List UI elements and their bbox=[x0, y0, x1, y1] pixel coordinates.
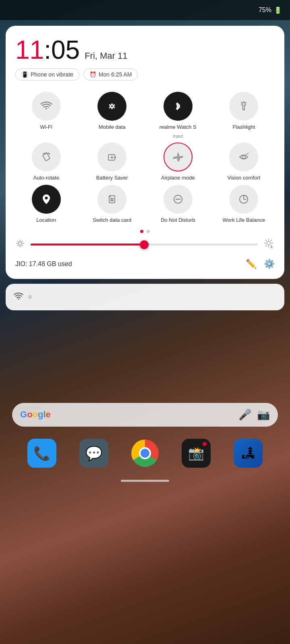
airplane-icon bbox=[172, 151, 184, 163]
clock-date: Fri, Mar 11 bbox=[85, 51, 127, 61]
alarm-chip[interactable]: ⏰ Mon 6:25 AM bbox=[83, 68, 138, 80]
google-logo: Google bbox=[20, 409, 51, 420]
svg-line-36 bbox=[271, 240, 271, 241]
tile-flashlight[interactable]: Flashlight bbox=[213, 92, 275, 138]
location-icon bbox=[40, 193, 53, 206]
edit-button[interactable]: ✏️ bbox=[246, 259, 257, 269]
app-dock: 📞 💬 📸 🏞 bbox=[0, 431, 290, 476]
status-chips: 📳 Phone on vibrate ⏰ Mon 6:25 AM bbox=[15, 68, 275, 80]
sim-icon-wrap: 1 bbox=[97, 185, 126, 214]
tile-work-life-balance[interactable]: Work Life Balance bbox=[213, 185, 275, 223]
vision-comfort-icon bbox=[237, 151, 250, 163]
tile-dnd[interactable]: Do Not Disturb bbox=[147, 185, 209, 223]
alarm-label: Mon 6:25 AM bbox=[99, 71, 132, 78]
bluetooth-sublabel: Input bbox=[173, 134, 183, 138]
svg-line-25 bbox=[18, 241, 19, 242]
vision-comfort-icon-wrap bbox=[229, 142, 258, 171]
svg-rect-13 bbox=[110, 200, 114, 201]
clock-separator: : bbox=[44, 35, 51, 64]
vibrate-chip[interactable]: 📳 Phone on vibrate bbox=[15, 68, 79, 80]
tile-wifi[interactable]: Wi-Fi bbox=[15, 92, 77, 138]
battery-saver-label: Battery Saver bbox=[96, 175, 128, 181]
tile-auto-rotate[interactable]: Auto-rotate bbox=[15, 142, 77, 181]
svg-line-34 bbox=[266, 240, 267, 241]
page-dot-1[interactable] bbox=[140, 230, 143, 233]
svg-line-2 bbox=[245, 102, 246, 103]
svg-point-39 bbox=[18, 298, 19, 299]
battery-saver-icon bbox=[106, 151, 118, 163]
clock-section: 11:05 Fri, Mar 11 bbox=[15, 37, 275, 63]
dock-messages[interactable]: 💬 bbox=[79, 439, 108, 468]
work-life-icon bbox=[237, 193, 250, 206]
tile-airplane-mode[interactable]: Airplane mode bbox=[147, 142, 209, 181]
svg-rect-12 bbox=[112, 198, 114, 200]
brightness-slider[interactable] bbox=[31, 244, 258, 246]
battery-icon: 🔋 bbox=[274, 6, 282, 14]
svg-line-1 bbox=[241, 102, 242, 103]
svg-text:A: A bbox=[270, 245, 273, 249]
wifi-icon bbox=[40, 100, 53, 113]
svg-rect-5 bbox=[115, 157, 116, 158]
dnd-icon bbox=[172, 193, 184, 206]
dock-gallery[interactable]: 🏞 bbox=[234, 439, 263, 468]
brightness-thumb[interactable] bbox=[140, 240, 149, 249]
work-life-label: Work Life Balance bbox=[223, 217, 265, 223]
sim-icon: 1 bbox=[106, 193, 118, 206]
settings-button[interactable]: ⚙️ bbox=[264, 259, 275, 269]
vibrate-icon: 📳 bbox=[21, 71, 28, 78]
airplane-icon-wrap bbox=[164, 142, 193, 171]
flashlight-icon bbox=[237, 100, 250, 113]
dock-phone[interactable]: 📞 bbox=[27, 439, 56, 468]
auto-rotate-icon-wrap bbox=[32, 142, 61, 171]
vision-comfort-label: Vision comfort bbox=[227, 175, 260, 181]
brightness-row: A bbox=[15, 238, 275, 252]
status-bar: 75% 🔋 bbox=[0, 0, 290, 20]
google-search-bar[interactable]: Google 🎤 📷 bbox=[12, 403, 278, 427]
auto-rotate-icon bbox=[40, 151, 53, 163]
page-dots bbox=[15, 230, 275, 233]
auto-rotate-label: Auto-rotate bbox=[33, 175, 59, 181]
alarm-icon: ⏰ bbox=[89, 71, 96, 78]
svg-point-8 bbox=[242, 155, 245, 159]
tile-location[interactable]: Location bbox=[15, 185, 77, 223]
clock-minutes: 05 bbox=[51, 35, 80, 64]
switch-data-card-label: Switch data card bbox=[93, 217, 131, 223]
tiles-grid: Wi-Fi Mobile data realme Watch S Input bbox=[15, 92, 275, 223]
tile-bluetooth[interactable]: realme Watch S Input bbox=[147, 92, 209, 138]
brightness-fill bbox=[31, 244, 144, 246]
wifi-icon-wrap bbox=[32, 92, 61, 121]
tile-switch-data-card[interactable]: 1 Switch data card bbox=[81, 185, 143, 223]
battery-percentage: 75% bbox=[259, 6, 271, 14]
svg-line-26 bbox=[22, 245, 23, 246]
dnd-label: Do Not Disturb bbox=[161, 217, 195, 223]
mic-icon[interactable]: 🎤 bbox=[238, 409, 251, 421]
wallpaper-area bbox=[0, 310, 290, 399]
mobile-data-label: Mobile data bbox=[99, 124, 126, 130]
tile-mobile-data[interactable]: Mobile data bbox=[81, 92, 143, 138]
camera-icon: 📸 bbox=[188, 446, 204, 461]
dock-chrome[interactable] bbox=[131, 440, 159, 467]
svg-line-37 bbox=[266, 245, 267, 246]
location-label: Location bbox=[36, 217, 56, 223]
quick-settings-panel: 11:05 Fri, Mar 11 📳 Phone on vibrate ⏰ M… bbox=[6, 26, 284, 279]
status-bar-right: 75% 🔋 bbox=[259, 6, 282, 14]
tile-vision-comfort[interactable]: Vision comfort bbox=[213, 142, 275, 181]
page-dot-2[interactable] bbox=[147, 230, 150, 233]
google-bar-icons: 🎤 📷 bbox=[238, 409, 270, 421]
svg-line-27 bbox=[22, 241, 23, 242]
bluetooth-label: realme Watch S bbox=[160, 124, 197, 130]
flashlight-icon-wrap bbox=[229, 92, 258, 121]
mobile-data-icon bbox=[106, 100, 118, 113]
notification-bar bbox=[6, 284, 284, 310]
tile-battery-saver[interactable]: Battery Saver bbox=[81, 142, 143, 181]
notification-dot bbox=[28, 295, 32, 299]
home-indicator[interactable] bbox=[0, 476, 290, 484]
bluetooth-icon-wrap bbox=[164, 92, 193, 121]
dock-camera[interactable]: 📸 bbox=[182, 439, 211, 468]
bluetooth-icon bbox=[172, 100, 184, 113]
svg-point-9 bbox=[45, 197, 48, 200]
wifi-label: Wi-Fi bbox=[40, 124, 52, 130]
lens-icon[interactable]: 📷 bbox=[257, 409, 270, 421]
clock-hour: 11 bbox=[15, 35, 44, 64]
brightness-low-icon bbox=[15, 239, 25, 251]
